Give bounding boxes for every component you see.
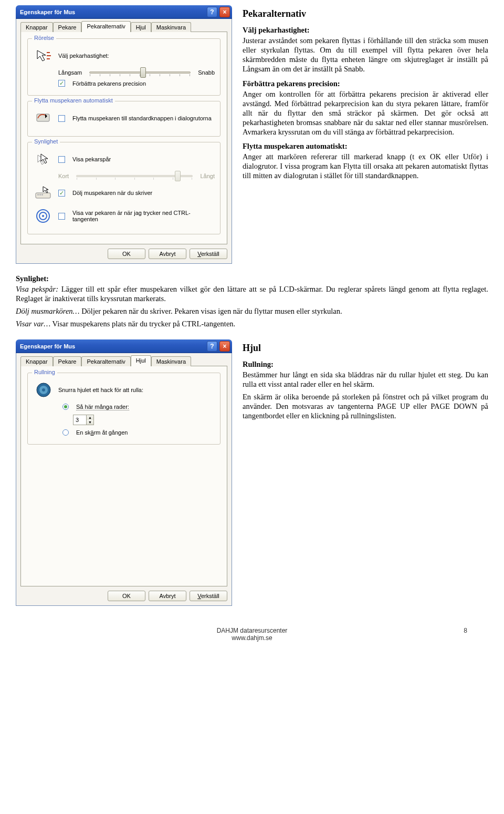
hide-pointer-label: Dölj muspekaren när du skriver: [72, 190, 152, 196]
lines-spinner[interactable]: 3 ▲ ▼: [73, 415, 94, 425]
ok-button[interactable]: OK: [108, 249, 145, 259]
wheel-icon: [33, 380, 54, 399]
titlebar-2[interactable]: Egenskaper för Mus ? ×: [16, 339, 232, 353]
tab-hjul[interactable]: Hjul: [131, 22, 151, 32]
txt-visavar: Visar muspekarens plats när du trycker p…: [50, 320, 235, 328]
tab2-hjul[interactable]: Hjul: [131, 355, 151, 366]
radio-rader[interactable]: [62, 404, 69, 410]
page-number: 8: [464, 627, 467, 634]
cancel-button-2[interactable]: Avbryt: [149, 591, 186, 601]
tabstrip-2: Knappar Pekare Pekaralternativ Hjul Mask…: [20, 356, 227, 366]
svg-rect-6: [37, 194, 39, 195]
em-visa-pekspar: Visa pekspår:: [16, 285, 58, 293]
snurra-label: Snurra hjulet ett hack för att rulla:: [58, 387, 143, 393]
speed-slider[interactable]: [89, 71, 191, 74]
page-footer: DAHJM dataresurscenter 8 www.dahjm.se: [16, 627, 488, 642]
svg-marker-0: [37, 50, 46, 61]
trails-label: Visa pekarspår: [72, 156, 111, 162]
trails-checkbox[interactable]: [58, 156, 65, 163]
tab2-pekaralternativ[interactable]: Pekaralternativ: [81, 356, 130, 366]
group-rorelse: Rörelse Välj pekarhastighet: Långsam: [27, 38, 220, 96]
speed-label: Välj pekarhastighet:: [58, 53, 109, 59]
tabstrip: Knappar Pekare Pekaralternativ Hjul Mask…: [20, 22, 227, 32]
txt-dolj: Döljer pekaren när du skriver. Pekaren v…: [80, 307, 342, 315]
footer-org: DAHJM dataresurscenter: [217, 627, 288, 634]
group-title-rorelse: Rörelse: [32, 35, 56, 41]
precision-checkbox[interactable]: [58, 80, 65, 87]
skarm-label: En skärm åt gången: [76, 429, 128, 436]
tab-pekare[interactable]: Pekare: [53, 22, 82, 32]
precision-label: Förbättra pekarens precision: [72, 80, 146, 87]
spinner-up-icon[interactable]: ▲: [86, 415, 93, 420]
rader-label: Så här många rader:: [76, 404, 129, 410]
tab-maskinvara[interactable]: Maskinvara: [151, 22, 191, 32]
svg-point-12: [42, 215, 44, 217]
group-synlighet: Synlighet Visa pekarspår Kort: [27, 142, 220, 234]
group-rullning: Rullning Snurra hjulet ett hack för att …: [27, 373, 220, 445]
spinner-down-icon[interactable]: ▼: [86, 420, 93, 425]
ctrl-locate-checkbox[interactable]: [58, 213, 65, 220]
hide-pointer-checkbox[interactable]: [58, 190, 65, 197]
help-icon[interactable]: ?: [207, 7, 217, 17]
window-title-2: Egenskaper för Mus: [20, 343, 75, 349]
em-dolj: Dölj musmarkören…: [16, 307, 80, 315]
para-synlighet-3: Visar var… Visar muspekarens plats när d…: [16, 319, 488, 328]
group-title-rullning: Rullning: [32, 369, 57, 375]
svg-rect-7: [39, 194, 41, 195]
tab-knappar[interactable]: Knappar: [20, 22, 53, 32]
help-icon-2[interactable]: ?: [207, 341, 217, 352]
close-icon[interactable]: ×: [219, 7, 230, 17]
titlebar[interactable]: Egenskaper för Mus ? ×: [16, 5, 232, 19]
svg-rect-8: [41, 194, 43, 195]
group-title-synlighet: Synlighet: [32, 138, 60, 145]
svg-rect-1: [37, 114, 49, 121]
footer-url: www.dahjm.se: [16, 634, 488, 642]
txt-visa-pekspar: Lägger till ett spår efter muspekaren vi…: [16, 285, 488, 303]
apply-button[interactable]: Verkställ: [190, 249, 227, 259]
cancel-button[interactable]: Avbryt: [149, 249, 186, 259]
para-synlighet-2: Dölj musmarkören… Döljer pekaren när du …: [16, 306, 488, 316]
slow-label: Långsam: [58, 69, 82, 76]
snap-to-label: Flytta muspekaren till standardknappen i…: [72, 115, 212, 121]
long-label: Långt: [200, 173, 215, 179]
tab2-pekare[interactable]: Pekare: [53, 356, 82, 366]
svg-point-15: [42, 388, 45, 391]
hide-pointer-icon: [33, 183, 54, 202]
pointer-speed-icon: [33, 46, 54, 65]
window-title: Egenskaper för Mus: [20, 9, 75, 15]
mouse-properties-dialog-2: Egenskaper för Mus ? × Knappar Pekare Pe…: [16, 339, 232, 606]
apply-button-2[interactable]: Verkställ: [190, 591, 227, 601]
group-flytta: Flytta muspekaren automatiskt Flytta mus…: [27, 101, 220, 137]
ctrl-locate-label: Visa var pekaren är när jag trycker ned …: [72, 210, 215, 222]
para-synlighet-1: Visa pekspår: Lägger till ett spår efter…: [16, 284, 488, 303]
short-label: Kort: [58, 173, 69, 179]
lines-value: 3: [74, 417, 86, 423]
trail-length-slider: [76, 175, 193, 177]
tab2-maskinvara[interactable]: Maskinvara: [151, 356, 191, 366]
group-title-flytta: Flytta muspekaren automatiskt: [32, 97, 115, 104]
sub-synlighet: Synlighet:: [16, 274, 488, 283]
svg-marker-9: [43, 187, 48, 193]
ctrl-locate-icon: [33, 207, 54, 225]
tab-pekaralternativ[interactable]: Pekaralternativ: [81, 21, 130, 32]
radio-skarm[interactable]: [62, 429, 69, 436]
em-visavar: Visar var…: [16, 320, 50, 328]
tab2-knappar[interactable]: Knappar: [20, 356, 53, 366]
pointer-trails-icon: [33, 150, 54, 169]
snap-to-checkbox[interactable]: [58, 115, 65, 122]
fast-label: Snabb: [198, 69, 215, 76]
mouse-properties-dialog-1: Egenskaper för Mus ? × Knappar Pekare Pe…: [16, 5, 232, 264]
close-icon-2[interactable]: ×: [219, 341, 230, 352]
ok-button-2[interactable]: OK: [108, 591, 145, 601]
snap-to-icon: [33, 109, 54, 128]
